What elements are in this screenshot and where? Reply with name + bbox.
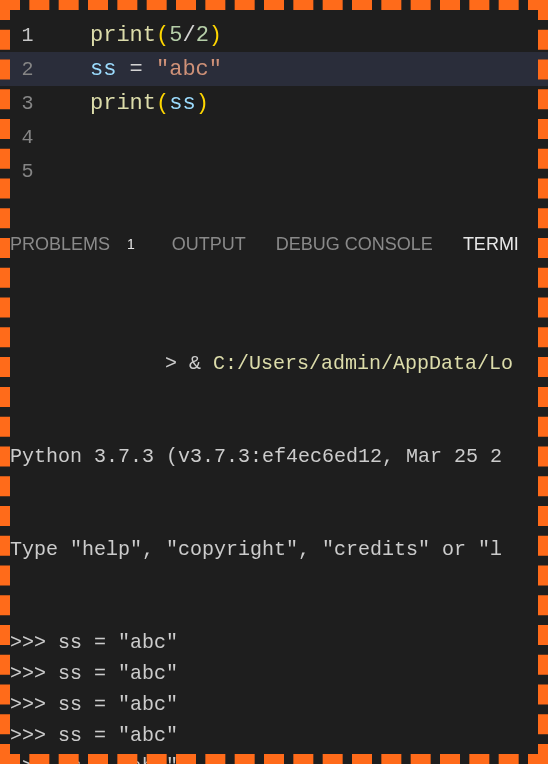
repl-line: >>> ss = "abc" xyxy=(10,627,538,658)
tab-problems[interactable]: PROBLEMS 1 xyxy=(10,234,142,255)
line-number: 5 xyxy=(0,160,55,183)
tab-terminal-label: TERMI xyxy=(463,234,519,255)
code-editor[interactable]: 1print(5/2)2ss = "abc"3print(ss)45 xyxy=(0,0,548,220)
python-version-line: Python 3.7.3 (v3.7.3:ef4ec6ed12, Mar 25 … xyxy=(10,441,538,472)
tab-debug-console[interactable]: DEBUG CONSOLE xyxy=(276,234,433,255)
code-content: print(ss) xyxy=(55,91,209,116)
repl-line: >>> ss = "abc" xyxy=(10,689,538,720)
code-line[interactable]: 5 xyxy=(0,154,548,188)
cmd-path: C:/Users/admin/AppData/Lo xyxy=(213,352,513,375)
panel-tabs: PROBLEMS 1 OUTPUT DEBUG CONSOLE TERMI xyxy=(0,220,548,268)
code-content: ss = "abc" xyxy=(55,57,222,82)
line-number: 2 xyxy=(0,58,55,81)
code-line[interactable]: 1print(5/2) xyxy=(0,18,548,52)
tab-terminal[interactable]: TERMI xyxy=(463,234,519,255)
terminal-command-line: > & C:/Users/admin/AppData/Lo xyxy=(10,348,538,379)
code-line[interactable]: 2ss = "abc" xyxy=(0,52,548,86)
editor-lines-container: 1print(5/2)2ss = "abc"3print(ss)45 xyxy=(0,18,548,188)
line-number: 1 xyxy=(0,24,55,47)
tab-problems-label: PROBLEMS xyxy=(10,234,110,255)
tab-output-label: OUTPUT xyxy=(172,234,246,255)
repl-line: >>> ss = "abc" xyxy=(10,751,538,764)
tab-output[interactable]: OUTPUT xyxy=(172,234,246,255)
repl-lines-container: >>> ss = "abc">>> ss = "abc">>> ss = "ab… xyxy=(10,627,538,764)
code-line[interactable]: 3print(ss) xyxy=(0,86,548,120)
tab-debug-label: DEBUG CONSOLE xyxy=(276,234,433,255)
code-line[interactable]: 4 xyxy=(0,120,548,154)
cmd-prefix: > & xyxy=(165,352,213,375)
line-number: 3 xyxy=(0,92,55,115)
line-number: 4 xyxy=(0,126,55,149)
repl-line: >>> ss = "abc" xyxy=(10,658,538,689)
python-help-line: Type "help", "copyright", "credits" or "… xyxy=(10,534,538,565)
repl-line: >>> ss = "abc" xyxy=(10,720,538,751)
problems-count-badge: 1 xyxy=(120,235,142,253)
code-content: print(5/2) xyxy=(55,23,222,48)
terminal[interactable]: > & C:/Users/admin/AppData/Lo Python 3.7… xyxy=(0,268,548,764)
